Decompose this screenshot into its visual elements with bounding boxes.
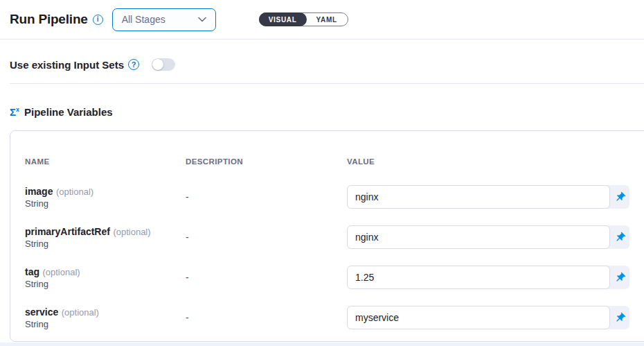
pin-button[interactable] (610, 225, 629, 249)
variable-name-cell: image (optional) String (25, 185, 186, 209)
variable-name-cell: primaryArtifactRef (optional) String (25, 225, 186, 250)
info-icon[interactable]: i (93, 15, 103, 25)
pin-button[interactable] (610, 185, 629, 209)
variable-type: String (25, 318, 186, 330)
variable-name: image (25, 186, 53, 197)
pin-icon (611, 189, 628, 205)
help-icon[interactable]: ? (128, 59, 139, 70)
pin-button[interactable] (610, 266, 629, 289)
variable-name: primaryArtifactRef (25, 226, 110, 237)
stage-selector-dropdown[interactable]: All Stages (112, 8, 216, 31)
pin-icon (611, 269, 628, 286)
tab-visual[interactable]: VISUAL (259, 12, 307, 26)
variable-optional: (optional) (113, 227, 150, 237)
pipeline-variables-card: NAME DESCRIPTION VALUE image (optional) … (10, 130, 644, 342)
variable-value-field (347, 225, 629, 249)
input-sets-label: Use existing Input Sets (10, 59, 124, 71)
variable-optional: (optional) (62, 307, 99, 318)
footer-strip (0, 343, 644, 346)
variable-description: - (186, 232, 347, 243)
section-title: Pipeline Variables (24, 106, 113, 118)
pin-icon (611, 309, 628, 326)
variable-value-field (347, 306, 629, 329)
variable-description: - (186, 272, 347, 283)
page-title: Run Pipeline (10, 12, 88, 27)
variable-value-field (347, 185, 629, 209)
chevron-down-icon (198, 17, 206, 22)
section-divider (10, 83, 644, 84)
table-row: service (optional) String - (25, 297, 644, 338)
variable-name-cell: tag (optional) String (25, 266, 186, 290)
variable-name-cell: service (optional) String (25, 306, 186, 330)
pipeline-variables-header: Σx Pipeline Variables (10, 106, 113, 118)
column-header-value: VALUE (347, 157, 638, 177)
pin-button[interactable] (610, 306, 629, 329)
input-sets-row: Use existing Input Sets ? (10, 53, 175, 76)
table-row: image (optional) String - (25, 177, 644, 217)
variable-value-input[interactable] (347, 266, 610, 289)
variable-name: service (25, 306, 58, 318)
column-header-description: DESCRIPTION (186, 157, 347, 177)
tab-yaml[interactable]: YAML (306, 13, 348, 26)
pin-icon (611, 229, 628, 245)
table-row: primaryArtifactRef (optional) String - (25, 217, 644, 257)
variable-optional: (optional) (42, 267, 80, 277)
table-row: tag (optional) String - (25, 257, 644, 297)
column-header-name: NAME (25, 157, 186, 177)
variable-value-input[interactable] (347, 225, 610, 249)
variable-description: - (186, 312, 347, 323)
view-toggle: VISUAL YAML (259, 12, 348, 26)
variable-type: String (25, 198, 186, 209)
run-pipeline-header: Run Pipeline i All Stages VISUAL YAML (0, 0, 644, 40)
variable-type: String (25, 278, 186, 290)
variable-description: - (186, 191, 347, 202)
toggle-knob (152, 59, 163, 70)
input-sets-toggle[interactable] (152, 58, 175, 71)
variable-value-field (347, 266, 629, 289)
variable-optional: (optional) (56, 187, 93, 197)
variable-name: tag (25, 266, 39, 277)
stage-selector-value: All Stages (122, 14, 166, 25)
variable-value-input[interactable] (347, 306, 610, 329)
variable-value-input[interactable] (347, 185, 610, 209)
variable-type: String (25, 238, 186, 250)
variables-sigma-icon: Σx (10, 107, 19, 117)
table-header-row: NAME DESCRIPTION VALUE (25, 157, 644, 177)
